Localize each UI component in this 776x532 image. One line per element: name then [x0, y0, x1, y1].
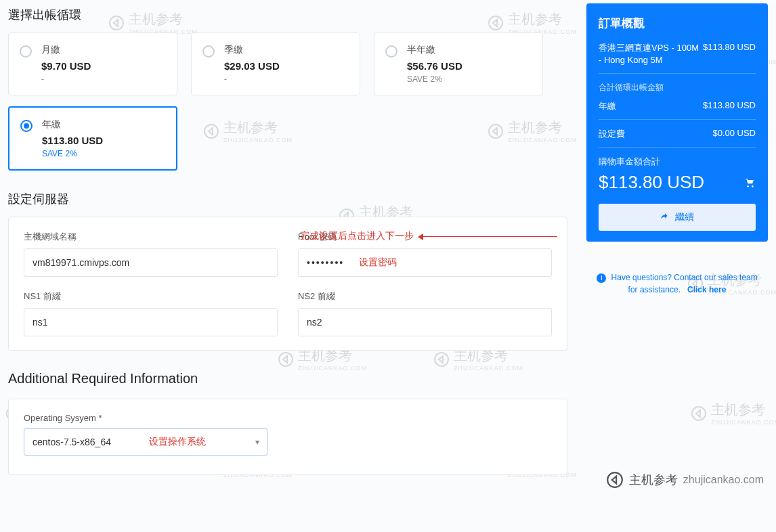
additional-info-title: Additional Required Information — [8, 371, 768, 386]
summary-setup-label: 設定費 — [599, 128, 625, 140]
billing-save: SAVE 2% — [42, 149, 164, 158]
billing-price: $56.76 USD — [407, 60, 530, 72]
billing-price: $9.70 USD — [41, 60, 165, 72]
summary-annual-price: $113.80 USD — [703, 100, 756, 112]
ns2-input[interactable] — [298, 308, 552, 336]
os-select[interactable] — [24, 428, 267, 456]
share-icon — [660, 213, 670, 222]
server-panel: 主機網域名稱 Root 密碼 设置密码 NS1 前綴 NS2 前綴 — [8, 217, 567, 351]
summary-recurring-label: 合計循環出帳金額 — [599, 82, 756, 93]
summary-cart-label: 購物車金額合計 — [599, 156, 756, 168]
os-label: Operating Sysyem * — [24, 413, 552, 423]
brand-domain: zhujicankao.com — [683, 474, 764, 486]
billing-label: 年繳 — [42, 118, 164, 131]
order-summary: 訂單概觀 香港三網直連VPS - 100M - Hong Kong 5M $11… — [586, 3, 768, 242]
help-box: i Have questions? Contact our sales team… — [586, 267, 768, 300]
hostname-label: 主機網域名稱 — [24, 231, 278, 243]
rootpw-label: Root 密碼 — [298, 231, 552, 243]
hostname-input[interactable] — [24, 248, 278, 277]
ns1-input[interactable] — [24, 308, 278, 336]
divider — [599, 73, 756, 74]
radio-icon — [20, 45, 32, 58]
ns1-label: NS1 前綴 — [24, 290, 278, 303]
billing-label: 季繳 — [224, 44, 347, 56]
continue-label: 繼續 — [675, 211, 694, 223]
info-icon: i — [597, 273, 606, 283]
summary-setup-price: $0.00 USD — [712, 128, 756, 140]
billing-price: $113.80 USD — [42, 135, 164, 146]
svg-point-8 — [435, 353, 448, 366]
billing-label: 月繳 — [41, 44, 165, 56]
billing-annual-card[interactable]: 年繳 $113.80 USD SAVE 2% — [8, 106, 177, 171]
billing-price: $29.03 USD — [224, 60, 347, 72]
summary-cart-total: $113.80 USD — [599, 172, 704, 193]
summary-annual-label: 年繳 — [599, 100, 616, 112]
billing-semiannual-card[interactable]: 半年繳 $56.76 USD SAVE 2% — [374, 32, 543, 95]
billing-save: - — [41, 74, 165, 84]
footer-brand: 主机参考 zhujicankao.com — [606, 471, 764, 489]
svg-point-15 — [607, 472, 622, 487]
divider — [599, 147, 756, 148]
billing-save: SAVE 2% — [407, 74, 530, 84]
billing-label: 半年繳 — [407, 44, 530, 56]
billing-quarterly-card[interactable]: 季繳 $29.03 USD - — [191, 32, 360, 95]
billing-save: - — [224, 74, 347, 84]
radio-icon — [385, 45, 397, 58]
divider — [599, 119, 756, 120]
svg-point-7 — [279, 353, 293, 366]
brand-text: 主机参考 — [629, 472, 678, 488]
rootpw-input[interactable] — [298, 248, 552, 277]
cart-icon — [745, 177, 756, 188]
summary-item-name: 香港三網直連VPS - 100M - Hong Kong 5M — [599, 42, 700, 66]
continue-button[interactable]: 繼續 — [599, 204, 756, 231]
radio-icon — [202, 45, 215, 58]
svg-point-10 — [692, 407, 706, 420]
billing-monthly-card[interactable]: 月繳 $9.70 USD - — [8, 32, 177, 95]
brand-icon — [606, 471, 624, 489]
ns2-label: NS2 前綴 — [298, 290, 552, 303]
os-panel: Operating Sysyem * 设置操作系统 — [8, 399, 567, 475]
summary-title: 訂單概觀 — [599, 16, 756, 31]
radio-icon — [20, 120, 33, 132]
watermark: 主机参考ZHUJICANKAO.COM — [691, 401, 776, 426]
help-link[interactable]: Click here — [687, 285, 726, 294]
summary-item-price: $113.80 USD — [703, 42, 756, 66]
